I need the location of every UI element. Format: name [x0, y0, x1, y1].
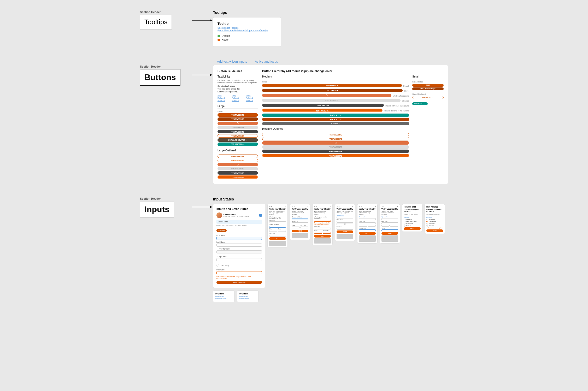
very-related-link[interactable]: Very Related State → [232, 94, 244, 102]
zip3: Zip Code [323, 230, 331, 234]
survey-option-1d[interactable]: Unsure [404, 225, 421, 227]
med-filled-btn[interactable]: ADD WEBSITE [262, 84, 402, 87]
survey-option-2d[interactable]: Unsure [426, 225, 443, 227]
mfc-next-btn-2[interactable]: NEXT [292, 230, 308, 232]
mfc-next-btn-1[interactable]: NEXT [269, 237, 286, 240]
zip2-input[interactable] [300, 227, 308, 228]
state-input[interactable] [278, 230, 286, 232]
zip-input-1[interactable] [269, 235, 286, 236]
survey-next-btn-2[interactable]: NEXT [426, 229, 443, 232]
med-dark-btn[interactable]: TEST WEBSITE [262, 104, 384, 107]
province-input-4[interactable] [337, 228, 353, 230]
survey-option-1a[interactable]: Increase [404, 219, 421, 220]
mfc-input-5a[interactable] [359, 218, 376, 220]
mo-pulsing[interactable]: TEST WEBSITE [262, 154, 409, 157]
zip6-input[interactable] [390, 225, 398, 227]
mo-dark[interactable]: POST WEBSITE [262, 150, 409, 153]
mfc-link-6[interactable]: Specialties [381, 216, 398, 218]
zip6 [390, 225, 398, 227]
mfc-next-btn-5[interactable]: NEXT [359, 232, 376, 235]
buttons-preview-card: Button Guidelines Text Links Platform mu… [213, 65, 448, 184]
mfc-input-4a[interactable] [337, 217, 353, 218]
mfc-input-5b[interactable] [359, 229, 376, 231]
large-forward-btn[interactable]: FORWARD DELIVER → [217, 138, 258, 142]
city-input-6[interactable] [381, 222, 398, 224]
dropdown-item-1a[interactable]: For Modules [215, 296, 232, 297]
confirm-meeting-btn[interactable]: Confirm Meeting [216, 281, 262, 284]
confirm-btn[interactable]: Confirm [216, 229, 227, 232]
zip5-input[interactable] [368, 225, 376, 227]
sm-teal-btn[interactable]: BOOK CALL → [412, 102, 428, 105]
survey-option-1b[interactable]: Stay the Same [404, 221, 421, 222]
city-input-5[interactable] [359, 222, 376, 224]
state2-input[interactable] [292, 227, 300, 228]
survey-option-1c[interactable]: Decrease [404, 223, 421, 224]
mfc-next-btn-4[interactable]: NEXT [337, 230, 353, 233]
active-focus-link[interactable]: Active and focus [255, 60, 278, 63]
mock-select-province[interactable] [216, 250, 262, 253]
mfc-next-btn-6[interactable]: NEXT [381, 232, 398, 235]
radio-icon-1d [404, 225, 405, 227]
large-outline-btn[interactable]: TEST WEBSITE [217, 134, 258, 138]
dropdown-item-2b[interactable]: For Highlights [239, 298, 256, 299]
more-options-btn[interactable]: + MORE → [262, 122, 409, 125]
lo-btn1[interactable]: POST WEBSITE [217, 155, 258, 158]
mfc-input-err-1[interactable] [314, 220, 331, 222]
mock-search-row: Last Policy [216, 263, 262, 267]
mfc-desc-link-4[interactable]: Specialties [337, 215, 353, 216]
mock-input-firstname[interactable] [216, 237, 262, 240]
large-getstarted-btn[interactable]: GET STARTED → [217, 143, 258, 146]
large-filled-btn[interactable]: TEST WEBSITE [217, 113, 258, 117]
state3-input[interactable] [314, 232, 322, 234]
lo-pulsing[interactable]: TEST WEBSITE [217, 175, 258, 179]
mo-btn2[interactable]: VISIT WEBSITE [262, 137, 409, 140]
large-hover-btn[interactable]: TEST WEBSITE [217, 117, 258, 121]
city-input-3[interactable] [314, 228, 331, 229]
book-all-btn2[interactable]: BOOK ALL → [262, 118, 409, 121]
view-related-link[interactable]: View Related State → [217, 94, 230, 102]
mfc-input-city-2[interactable] [292, 222, 308, 224]
survey-desc-1[interactable]: Increase [404, 216, 421, 218]
have-related-link[interactable]: Have Related State → [246, 94, 258, 102]
city-input[interactable] [269, 230, 277, 232]
state5-input[interactable] [359, 225, 367, 227]
mock-label-3: → Prov Territory [216, 248, 262, 250]
lo-btn2[interactable]: POST WEBSITE [217, 159, 258, 162]
dropdown-item-1b[interactable]: For Page Types [215, 298, 232, 299]
mock-input-lastname[interactable] [216, 244, 262, 247]
sm-hover-btn[interactable]: TEST Website Login [412, 87, 444, 90]
large-outlined-section: Large Outlined POST WEBSITE POST WEBSITE… [217, 149, 258, 179]
med-hover-btn[interactable]: ADD WEBSITE [262, 89, 403, 92]
state6-input[interactable] [381, 225, 390, 227]
mfc-input-2[interactable] [269, 226, 286, 228]
survey-option-2c[interactable]: Decrease [426, 223, 443, 224]
zip3-input[interactable] [323, 232, 331, 234]
tooltip-hover-label: Hover [222, 38, 229, 41]
mfc-input-6a[interactable] [381, 218, 398, 220]
city-input-4[interactable] [337, 221, 353, 223]
sm-outline-btn[interactable]: BOOK CALL → [412, 96, 444, 99]
lo-dark[interactable]: TEST WEBSITE [217, 171, 258, 175]
book-all-btn1[interactable]: BOOK ALL → [262, 114, 409, 117]
mo-btn1[interactable]: TEST WEBSITE [262, 133, 409, 136]
survey-option-2a[interactable]: Increase [426, 219, 443, 220]
mfc-link-5[interactable]: Specialties [359, 216, 376, 218]
mfc-input-6b[interactable] [381, 229, 398, 231]
mfc-input-3[interactable] [292, 218, 308, 220]
zip4-input[interactable] [345, 223, 353, 225]
sm-filled-btn1[interactable]: TEST [412, 84, 444, 87]
med-pulsing-btn[interactable]: TEST WEBSITE [262, 109, 383, 112]
mock-input-password[interactable] [216, 271, 262, 274]
mock-input-zip[interactable] [216, 258, 262, 261]
dropdown-item-2a[interactable]: For Modules [239, 296, 256, 297]
survey-option-2b[interactable]: Samantha [426, 221, 443, 222]
mfc-next-btn-3[interactable]: NEXT [314, 235, 331, 238]
state4-input[interactable] [337, 223, 345, 225]
survey-next-btn-1[interactable]: NEXT [404, 227, 421, 230]
large-dark-btn[interactable]: TEST WEBSITE [217, 130, 258, 133]
add-text-icon-inputs-link[interactable]: Add text + icon inputs [217, 60, 247, 63]
small-outlined-subtitle: Small Outlined [412, 93, 444, 95]
survey-desc-2[interactable]: Increase [426, 216, 443, 218]
mfc-input-1[interactable] [269, 221, 286, 223]
mock-chat-row: Advisor Name Today Jun 20 2022, 8:45 PM … [216, 212, 262, 218]
